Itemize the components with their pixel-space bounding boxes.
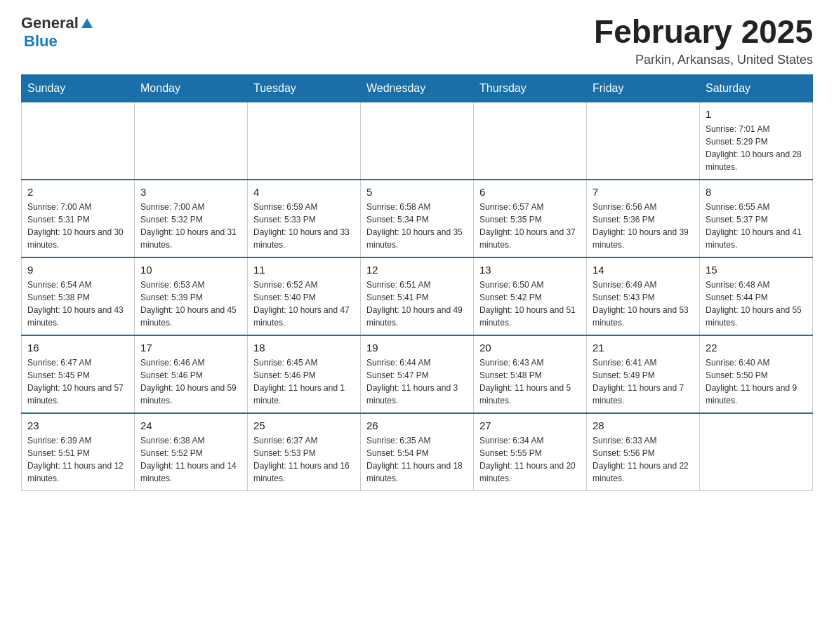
day-info: Sunrise: 6:33 AMSunset: 5:56 PMDaylight:… (593, 434, 694, 485)
col-header-sunday: Sunday (22, 74, 135, 102)
calendar-week-row: 2Sunrise: 7:00 AMSunset: 5:31 PMDaylight… (22, 180, 813, 257)
svg-marker-0 (81, 18, 93, 28)
page-header: General Blue February 2025 Parkin, Arkan… (21, 14, 813, 67)
calendar-cell: 27Sunrise: 6:34 AMSunset: 5:55 PMDayligh… (474, 413, 587, 491)
col-header-tuesday: Tuesday (248, 74, 361, 102)
calendar-cell: 8Sunrise: 6:55 AMSunset: 5:37 PMDaylight… (700, 180, 813, 257)
day-info: Sunrise: 6:43 AMSunset: 5:48 PMDaylight:… (479, 356, 581, 407)
calendar-cell: 25Sunrise: 6:37 AMSunset: 5:53 PMDayligh… (248, 413, 361, 491)
day-info: Sunrise: 6:57 AMSunset: 5:35 PMDaylight:… (479, 201, 581, 251)
day-info: Sunrise: 7:01 AMSunset: 5:29 PMDaylight:… (706, 123, 807, 173)
logo-blue-text: Blue (24, 32, 58, 50)
calendar-cell: 20Sunrise: 6:43 AMSunset: 5:48 PMDayligh… (474, 335, 587, 413)
calendar-cell: 21Sunrise: 6:41 AMSunset: 5:49 PMDayligh… (587, 335, 700, 413)
day-info: Sunrise: 7:00 AMSunset: 5:32 PMDaylight:… (140, 201, 241, 251)
day-number: 26 (366, 420, 468, 431)
calendar-cell: 4Sunrise: 6:59 AMSunset: 5:33 PMDaylight… (248, 180, 361, 257)
day-info: Sunrise: 6:35 AMSunset: 5:54 PMDaylight:… (366, 434, 468, 485)
calendar-week-row: 23Sunrise: 6:39 AMSunset: 5:51 PMDayligh… (22, 413, 813, 491)
calendar-cell: 16Sunrise: 6:47 AMSunset: 5:45 PMDayligh… (22, 335, 135, 413)
day-info: Sunrise: 6:40 AMSunset: 5:50 PMDaylight:… (706, 356, 807, 407)
day-number: 5 (366, 186, 468, 198)
calendar-table: SundayMondayTuesdayWednesdayThursdayFrid… (21, 74, 813, 491)
day-number: 20 (479, 342, 581, 354)
day-number: 12 (366, 264, 468, 276)
day-info: Sunrise: 6:44 AMSunset: 5:47 PMDaylight:… (366, 356, 468, 407)
day-info: Sunrise: 6:45 AMSunset: 5:46 PMDaylight:… (253, 356, 355, 407)
calendar-cell: 10Sunrise: 6:53 AMSunset: 5:39 PMDayligh… (135, 257, 248, 335)
logo: General Blue (21, 14, 94, 51)
calendar-cell: 11Sunrise: 6:52 AMSunset: 5:40 PMDayligh… (248, 257, 361, 335)
day-info: Sunrise: 6:46 AMSunset: 5:46 PMDaylight:… (140, 356, 241, 407)
day-number: 16 (27, 342, 128, 354)
calendar-cell (248, 102, 361, 180)
day-number: 13 (479, 264, 581, 276)
day-info: Sunrise: 6:51 AMSunset: 5:41 PMDaylight:… (366, 279, 468, 329)
calendar-header-row: SundayMondayTuesdayWednesdayThursdayFrid… (22, 74, 813, 102)
day-number: 9 (27, 264, 128, 276)
logo-general-text: General (21, 14, 79, 32)
logo-triangle-icon (80, 17, 94, 31)
day-number: 10 (140, 264, 241, 276)
calendar-week-row: 9Sunrise: 6:54 AMSunset: 5:38 PMDaylight… (22, 257, 813, 335)
calendar-cell: 18Sunrise: 6:45 AMSunset: 5:46 PMDayligh… (248, 335, 361, 413)
calendar-cell (361, 102, 474, 180)
day-number: 19 (366, 342, 468, 354)
calendar-cell: 9Sunrise: 6:54 AMSunset: 5:38 PMDaylight… (22, 257, 135, 335)
calendar-cell (587, 102, 700, 180)
calendar-cell: 23Sunrise: 6:39 AMSunset: 5:51 PMDayligh… (22, 413, 135, 491)
calendar-cell: 7Sunrise: 6:56 AMSunset: 5:36 PMDaylight… (587, 180, 700, 257)
day-number: 18 (253, 342, 355, 354)
day-number: 22 (706, 342, 807, 354)
day-number: 24 (140, 420, 241, 431)
calendar-week-row: 16Sunrise: 6:47 AMSunset: 5:45 PMDayligh… (22, 335, 813, 413)
day-info: Sunrise: 6:50 AMSunset: 5:42 PMDaylight:… (479, 279, 581, 329)
day-info: Sunrise: 6:56 AMSunset: 5:36 PMDaylight:… (593, 201, 694, 251)
col-header-thursday: Thursday (474, 74, 587, 102)
day-info: Sunrise: 6:49 AMSunset: 5:43 PMDaylight:… (593, 279, 694, 329)
day-number: 21 (593, 342, 694, 354)
day-info: Sunrise: 6:41 AMSunset: 5:49 PMDaylight:… (593, 356, 694, 407)
col-header-saturday: Saturday (700, 74, 813, 102)
day-info: Sunrise: 6:47 AMSunset: 5:45 PMDaylight:… (27, 356, 128, 407)
col-header-monday: Monday (135, 74, 248, 102)
calendar-cell: 22Sunrise: 6:40 AMSunset: 5:50 PMDayligh… (700, 335, 813, 413)
day-number: 1 (706, 108, 807, 120)
calendar-cell: 3Sunrise: 7:00 AMSunset: 5:32 PMDaylight… (135, 180, 248, 257)
day-info: Sunrise: 6:53 AMSunset: 5:39 PMDaylight:… (140, 279, 241, 329)
col-header-wednesday: Wednesday (361, 74, 474, 102)
calendar-cell (135, 102, 248, 180)
title-block: February 2025 Parkin, Arkansas, United S… (594, 14, 813, 67)
day-number: 8 (706, 186, 807, 198)
calendar-cell (474, 102, 587, 180)
day-info: Sunrise: 6:48 AMSunset: 5:44 PMDaylight:… (706, 279, 807, 329)
calendar-cell: 15Sunrise: 6:48 AMSunset: 5:44 PMDayligh… (700, 257, 813, 335)
col-header-friday: Friday (587, 74, 700, 102)
day-info: Sunrise: 6:55 AMSunset: 5:37 PMDaylight:… (706, 201, 807, 251)
day-info: Sunrise: 6:34 AMSunset: 5:55 PMDaylight:… (479, 434, 581, 485)
day-info: Sunrise: 7:00 AMSunset: 5:31 PMDaylight:… (27, 201, 128, 251)
calendar-cell (700, 413, 813, 491)
calendar-cell: 24Sunrise: 6:38 AMSunset: 5:52 PMDayligh… (135, 413, 248, 491)
day-number: 15 (706, 264, 807, 276)
day-info: Sunrise: 6:59 AMSunset: 5:33 PMDaylight:… (253, 201, 355, 251)
calendar-cell: 26Sunrise: 6:35 AMSunset: 5:54 PMDayligh… (361, 413, 474, 491)
day-number: 25 (253, 420, 355, 431)
day-number: 27 (479, 420, 581, 431)
day-number: 14 (593, 264, 694, 276)
calendar-cell: 13Sunrise: 6:50 AMSunset: 5:42 PMDayligh… (474, 257, 587, 335)
day-number: 28 (593, 420, 694, 431)
day-number: 11 (253, 264, 355, 276)
day-info: Sunrise: 6:37 AMSunset: 5:53 PMDaylight:… (253, 434, 355, 485)
day-info: Sunrise: 6:54 AMSunset: 5:38 PMDaylight:… (27, 279, 128, 329)
day-number: 7 (593, 186, 694, 198)
calendar-cell: 6Sunrise: 6:57 AMSunset: 5:35 PMDaylight… (474, 180, 587, 257)
day-info: Sunrise: 6:39 AMSunset: 5:51 PMDaylight:… (27, 434, 128, 485)
calendar-cell: 17Sunrise: 6:46 AMSunset: 5:46 PMDayligh… (135, 335, 248, 413)
day-info: Sunrise: 6:52 AMSunset: 5:40 PMDaylight:… (253, 279, 355, 329)
day-number: 23 (27, 420, 128, 431)
calendar-cell: 19Sunrise: 6:44 AMSunset: 5:47 PMDayligh… (361, 335, 474, 413)
calendar-cell: 14Sunrise: 6:49 AMSunset: 5:43 PMDayligh… (587, 257, 700, 335)
day-number: 6 (479, 186, 581, 198)
calendar-cell: 2Sunrise: 7:00 AMSunset: 5:31 PMDaylight… (22, 180, 135, 257)
